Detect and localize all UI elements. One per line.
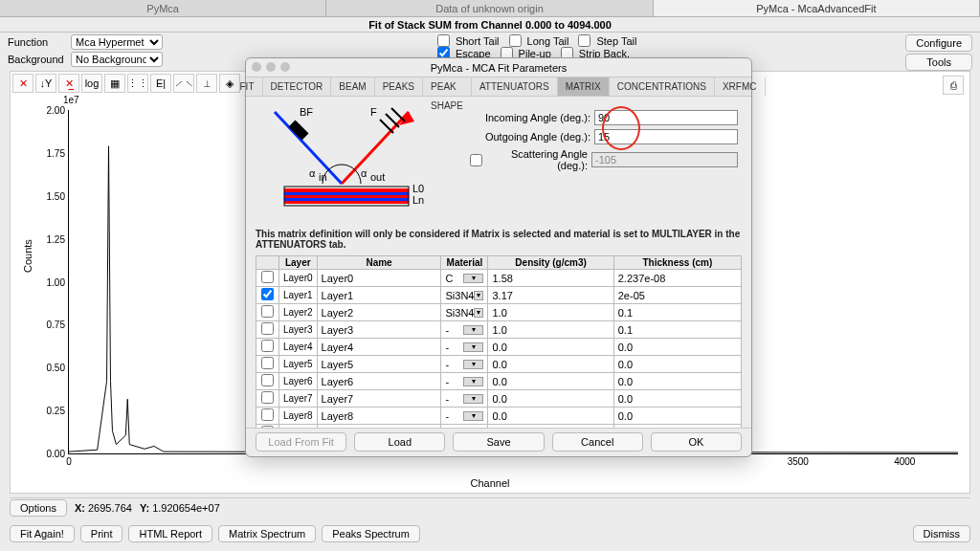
layer-name-input[interactable] bbox=[322, 307, 437, 319]
configure-button[interactable]: Configure bbox=[905, 34, 972, 52]
tab-peak-shape[interactable]: PEAK SHAPE bbox=[423, 77, 472, 96]
thickness-input[interactable] bbox=[618, 376, 737, 387]
tab-peaks[interactable]: PEAKS bbox=[375, 77, 423, 96]
layer-name-input[interactable] bbox=[322, 290, 437, 301]
peaks-spectrum-button[interactable]: Peaks Spectrum bbox=[322, 525, 420, 542]
energy-icon[interactable]: E| bbox=[150, 74, 171, 93]
window-controls[interactable] bbox=[252, 62, 290, 72]
material-dropdown[interactable]: ▾ bbox=[463, 325, 483, 335]
layer-name-input[interactable] bbox=[322, 410, 437, 422]
layer-name-input[interactable] bbox=[322, 376, 437, 387]
matrix-note: This matrix definition will only be cons… bbox=[256, 229, 742, 250]
layer-enable-check[interactable] bbox=[261, 305, 274, 318]
tab-beam[interactable]: BEAM bbox=[331, 77, 374, 96]
density-input[interactable] bbox=[492, 428, 609, 429]
ok-button[interactable]: OK bbox=[651, 432, 742, 452]
svg-line-3 bbox=[292, 123, 305, 137]
thickness-input[interactable] bbox=[618, 428, 737, 429]
thickness-input[interactable] bbox=[618, 359, 737, 370]
grid-icon[interactable]: ▦ bbox=[104, 74, 125, 93]
material-dropdown[interactable]: ▾ bbox=[474, 291, 483, 300]
thickness-input[interactable] bbox=[618, 273, 737, 284]
background-select[interactable]: No Background bbox=[71, 52, 163, 67]
layer-enable-check[interactable] bbox=[261, 322, 274, 335]
layer-name-input[interactable] bbox=[322, 324, 437, 336]
save-button[interactable]: Save bbox=[453, 432, 544, 452]
flip-y-icon[interactable]: ↓Y bbox=[35, 74, 56, 93]
density-input[interactable] bbox=[492, 393, 609, 405]
log-icon[interactable]: log bbox=[81, 74, 102, 93]
material-dropdown[interactable]: ▾ bbox=[474, 308, 483, 318]
print-button[interactable]: Print bbox=[80, 525, 123, 542]
layer-name-input[interactable] bbox=[322, 393, 437, 405]
density-input[interactable] bbox=[492, 359, 609, 370]
outgoing-angle-input[interactable] bbox=[594, 129, 738, 144]
density-input[interactable] bbox=[492, 273, 609, 284]
points-icon[interactable]: ⋮⋮ bbox=[127, 74, 148, 93]
density-input[interactable] bbox=[492, 290, 609, 301]
density-input[interactable] bbox=[492, 324, 609, 336]
print-icon[interactable]: ⎙ bbox=[943, 76, 964, 95]
function-select[interactable]: Mca Hypermet bbox=[71, 34, 163, 50]
tab-pymca[interactable]: PyMca bbox=[0, 0, 326, 16]
density-input[interactable] bbox=[492, 342, 609, 353]
thickness-input[interactable] bbox=[618, 393, 737, 405]
density-input[interactable] bbox=[492, 376, 609, 387]
tab-xrfmc[interactable]: XRFMC bbox=[715, 77, 766, 96]
tab-detector[interactable]: DETECTOR bbox=[263, 77, 332, 96]
tools-button[interactable]: Tools bbox=[905, 54, 972, 71]
thickness-input[interactable] bbox=[618, 410, 737, 422]
layer-enable-check[interactable] bbox=[261, 426, 274, 428]
thickness-input[interactable] bbox=[618, 307, 737, 319]
fit-again--button[interactable]: Fit Again! bbox=[10, 525, 75, 542]
layer-enable-check[interactable] bbox=[261, 340, 274, 352]
tab-data[interactable]: Data of unknown origin bbox=[326, 0, 653, 16]
html-report-button[interactable]: HTML Report bbox=[128, 525, 212, 542]
density-input[interactable] bbox=[492, 410, 609, 422]
material-dropdown[interactable]: ▾ bbox=[463, 360, 483, 369]
density-input[interactable] bbox=[492, 307, 609, 319]
load-from-fit-button[interactable]: Load From Fit bbox=[256, 432, 346, 452]
layer-name-input[interactable] bbox=[322, 359, 437, 370]
layer-enable-check[interactable] bbox=[261, 408, 274, 421]
layer-enable-check[interactable] bbox=[261, 374, 274, 386]
material-dropdown[interactable]: ▾ bbox=[463, 274, 483, 283]
tab-fit[interactable]: FIT bbox=[233, 77, 263, 96]
check-shorttail[interactable] bbox=[437, 34, 450, 47]
material-dropdown[interactable]: ▾ bbox=[463, 411, 483, 421]
roi-icon[interactable]: ⟂ bbox=[196, 74, 217, 93]
layer-name-input[interactable] bbox=[322, 342, 437, 353]
scattering-angle-check[interactable] bbox=[470, 154, 482, 166]
thickness-input[interactable] bbox=[618, 324, 737, 336]
layer-name-input[interactable] bbox=[322, 428, 437, 429]
material-dropdown[interactable]: ▾ bbox=[463, 394, 483, 404]
layer-enable-check[interactable] bbox=[261, 288, 274, 300]
check-steptail[interactable] bbox=[578, 34, 590, 47]
scattering-angle-input bbox=[591, 152, 738, 167]
layer-enable-check[interactable] bbox=[261, 271, 274, 283]
cancel-button[interactable]: Cancel bbox=[552, 432, 643, 452]
layer-name-input[interactable] bbox=[322, 273, 437, 284]
thickness-input[interactable] bbox=[618, 290, 737, 301]
incoming-angle-input[interactable] bbox=[594, 110, 738, 125]
options-button[interactable]: Options bbox=[10, 499, 67, 517]
fit-icon[interactable]: ⟋⟍ bbox=[173, 74, 194, 93]
reset-xzoom-icon[interactable]: ✕̲ bbox=[58, 74, 79, 93]
thickness-input[interactable] bbox=[618, 342, 737, 353]
dismiss-button[interactable]: Dismiss bbox=[913, 525, 971, 542]
material-dropdown[interactable]: ▾ bbox=[463, 377, 483, 386]
table-row: Layer0 C▾ bbox=[256, 270, 742, 287]
table-row: Layer8 -▾ bbox=[256, 408, 742, 425]
load-button[interactable]: Load bbox=[354, 432, 445, 452]
check-longtail[interactable] bbox=[509, 34, 522, 47]
material-dropdown[interactable]: ▾ bbox=[463, 342, 483, 352]
reset-x-icon[interactable]: ✕ bbox=[12, 74, 33, 93]
layer-enable-check[interactable] bbox=[261, 357, 274, 369]
layer-enable-check[interactable] bbox=[261, 391, 274, 404]
cursor-y-label: Y: 1.920654e+07 bbox=[140, 502, 220, 514]
tab-matrix[interactable]: MATRIX bbox=[558, 77, 610, 96]
tab-advancedfit[interactable]: PyMca - McaAdvancedFit bbox=[654, 0, 980, 16]
tab-attenuators[interactable]: ATTENUATORS bbox=[472, 77, 558, 96]
tab-concentrations[interactable]: CONCENTRATIONS bbox=[610, 77, 715, 96]
matrix-spectrum-button[interactable]: Matrix Spectrum bbox=[218, 525, 316, 542]
